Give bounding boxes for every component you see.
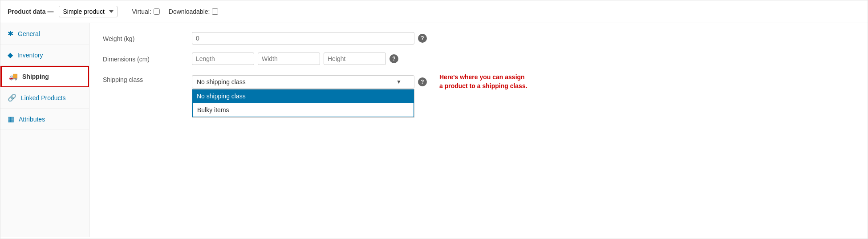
shipping-class-row: Shipping class No shipping class ▼ No sh… [103,73,854,90]
product-data-body: ✱ General ◆ Inventory 🚚 Shipping 🔗 Linke… [0,23,868,237]
length-input[interactable] [192,53,254,65]
dropdown-option-bulky[interactable]: Bulky items [192,103,414,117]
inventory-icon: ◆ [8,51,13,59]
sidebar-item-attributes-label: Attributes [19,116,45,123]
sidebar: ✱ General ◆ Inventory 🚚 Shipping 🔗 Linke… [0,23,89,237]
dropdown-arrow-icon: ▼ [396,79,402,85]
height-input[interactable] [324,53,386,65]
sidebar-item-inventory[interactable]: ◆ Inventory [0,45,89,66]
weight-label: Weight (kg) [103,32,192,42]
shipping-class-help-icon[interactable]: ? [418,77,427,86]
sidebar-item-shipping[interactable]: 🚚 Shipping [0,66,89,87]
downloadable-checkbox-label[interactable]: Downloadable: [169,8,219,15]
product-data-panel: Product data — Simple product Virtual: D… [0,0,868,239]
sidebar-item-general-label: General [18,30,40,37]
dropdown-option-no-shipping[interactable]: No shipping class [192,89,414,103]
virtual-label: Virtual: [132,8,151,15]
shipping-class-callout: Here's where you can assign a product to… [439,73,528,90]
shipping-class-label: Shipping class [103,73,192,83]
width-input[interactable] [258,53,320,65]
sidebar-item-general[interactable]: ✱ General [0,23,89,45]
sidebar-item-linked-products[interactable]: 🔗 Linked Products [0,87,89,109]
downloadable-label: Downloadable: [169,8,210,15]
product-data-title: Product data — [8,8,53,15]
content-area: Weight (kg) ? Dimensions (cm) ? [89,23,868,237]
virtual-checkbox[interactable] [154,8,160,15]
weight-input-group: ? [192,32,427,45]
table-icon: ▦ [8,115,14,123]
truck-icon: 🚚 [9,72,18,81]
dimensions-input-group: ? [192,53,398,65]
weight-help-icon[interactable]: ? [418,34,427,43]
virtual-checkbox-label[interactable]: Virtual: [132,8,159,15]
link-icon: 🔗 [8,93,16,102]
shipping-class-dropdown: No shipping class Bulky items [192,89,414,117]
weight-input[interactable] [192,32,414,45]
shipping-class-container: No shipping class ▼ No shipping class Bu… [192,75,414,89]
sidebar-item-shipping-label: Shipping [22,73,49,80]
shipping-class-select[interactable]: No shipping class ▼ [192,75,414,89]
dimensions-help-icon[interactable]: ? [389,54,398,63]
weight-inputs: ? [192,32,854,45]
sidebar-item-attributes[interactable]: ▦ Attributes [0,109,89,130]
virtual-downloadable-group: Virtual: Downloadable: [132,8,218,15]
shipping-class-selected-value: No shipping class [197,78,246,85]
sidebar-item-linked-products-label: Linked Products [21,94,65,101]
downloadable-checkbox[interactable] [212,8,218,15]
product-data-header: Product data — Simple product Virtual: D… [0,0,868,23]
dimensions-inputs: ? [192,53,854,65]
sidebar-item-inventory-label: Inventory [17,52,43,59]
weight-row: Weight (kg) ? [103,32,854,45]
dimensions-row: Dimensions (cm) ? [103,53,854,65]
wrench-icon: ✱ [8,29,13,38]
product-type-select[interactable]: Simple product [59,6,118,17]
shipping-class-input-group: No shipping class ▼ No shipping class Bu… [192,73,528,90]
dimensions-label: Dimensions (cm) [103,53,192,63]
